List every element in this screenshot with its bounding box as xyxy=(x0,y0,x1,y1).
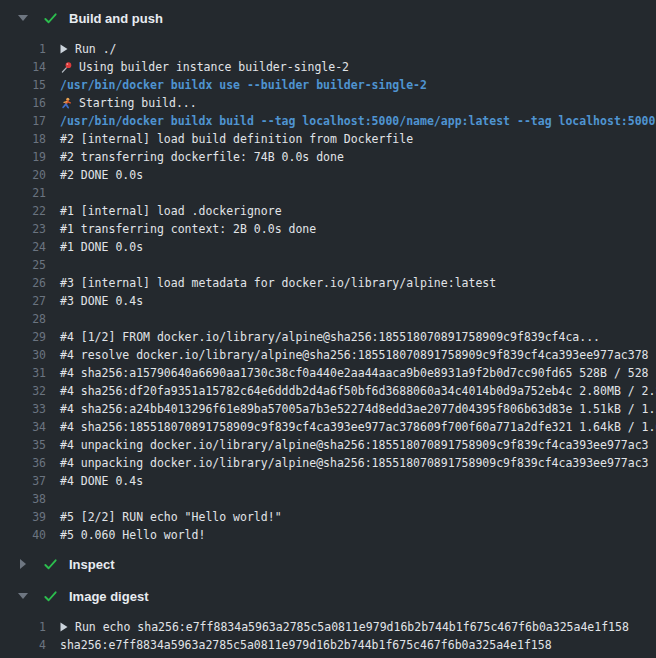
log-text: #4 sha256:df20fa9351a15782c64e6dddb2d4a6… xyxy=(60,382,656,400)
log-text-content: sha256:e7ff8834a5963a2785c5a0811e979d16b… xyxy=(60,636,552,654)
line-number[interactable]: 22 xyxy=(0,202,46,220)
line-number[interactable]: 40 xyxy=(0,526,46,544)
log-text: #1 DONE 0.0s xyxy=(60,238,143,256)
line-number[interactable]: 26 xyxy=(0,274,46,292)
line-number[interactable]: 31 xyxy=(0,364,46,382)
log-line: 37#4 DONE 0.4s xyxy=(0,472,656,490)
log-text-content: Run echo sha256:e7ff8834a5963a2785c5a081… xyxy=(75,618,629,636)
log-text-content: #4 sha256:185518070891758909c9f839cf4ca3… xyxy=(60,418,656,436)
section-header-inspect[interactable]: Inspect xyxy=(0,548,656,580)
log-text-content: #2 transferring dockerfile: 74B 0.0s don… xyxy=(60,148,344,166)
log-text: Run echo sha256:e7ff8834a5963a2785c5a081… xyxy=(60,618,629,636)
log-text: #4 [1/2] FROM docker.io/library/alpine@s… xyxy=(60,328,600,346)
line-number[interactable]: 34 xyxy=(0,418,46,436)
line-number[interactable]: 4 xyxy=(0,636,46,654)
line-number[interactable]: 18 xyxy=(0,130,46,148)
section-title: Inspect xyxy=(69,557,115,572)
section-title: Image digest xyxy=(69,589,148,604)
line-number[interactable]: 17 xyxy=(0,112,46,130)
section-header-image-digest[interactable]: Image digest xyxy=(0,580,656,612)
log-text: #2 transferring dockerfile: 74B 0.0s don… xyxy=(60,148,344,166)
log-line: 28 xyxy=(0,310,656,328)
log-text-content: /usr/bin/docker buildx use --builder bui… xyxy=(60,76,427,94)
line-number[interactable]: 1 xyxy=(0,40,46,58)
log-text-content: #4 sha256:df20fa9351a15782c64e6dddb2d4a6… xyxy=(60,382,656,400)
log-text: sha256:e7ff8834a5963a2785c5a0811e979d16b… xyxy=(60,636,552,654)
line-number[interactable]: 30 xyxy=(0,346,46,364)
log-text: Using builder instance builder-single-2 xyxy=(60,58,349,76)
log-text: /usr/bin/docker buildx build --tag local… xyxy=(60,112,655,130)
chevron-right-icon[interactable] xyxy=(60,622,68,632)
log-line: 23#1 transferring context: 2B 0.0s done xyxy=(0,220,656,238)
log-text: Run ./ xyxy=(60,40,117,58)
chevron-down-icon[interactable] xyxy=(18,593,28,599)
log-text: #4 sha256:a24bb4013296f61e89ba57005a7b3e… xyxy=(60,400,656,418)
log-line: 20#2 DONE 0.0s xyxy=(0,166,656,184)
log-line: 29#4 [1/2] FROM docker.io/library/alpine… xyxy=(0,328,656,346)
line-number[interactable]: 38 xyxy=(0,490,46,508)
chevron-down-icon[interactable] xyxy=(18,15,28,21)
line-number[interactable]: 36 xyxy=(0,454,46,472)
line-number[interactable]: 39 xyxy=(0,508,46,526)
log-text: #4 resolve docker.io/library/alpine@sha2… xyxy=(60,346,649,364)
check-icon xyxy=(43,557,58,572)
log-line: 36#4 unpacking docker.io/library/alpine@… xyxy=(0,454,656,472)
line-number[interactable]: 32 xyxy=(0,382,46,400)
line-number[interactable]: 19 xyxy=(0,148,46,166)
line-number[interactable]: 33 xyxy=(0,400,46,418)
log-line: 31#4 sha256:a15790640a6690aa1730c38cf0a4… xyxy=(0,364,656,382)
line-number[interactable]: 16 xyxy=(0,94,46,112)
log-text: #5 [2/2] RUN echo "Hello world!" xyxy=(60,508,282,526)
log-text: #2 [internal] load build definition from… xyxy=(60,130,413,148)
chevron-right-icon[interactable] xyxy=(18,559,28,569)
runner-icon xyxy=(60,97,73,110)
log-line: 34#4 sha256:185518070891758909c9f839cf4c… xyxy=(0,418,656,436)
log-group-line[interactable]: 1Run echo sha256:e7ff8834a5963a2785c5a08… xyxy=(0,618,656,636)
line-number[interactable]: 1 xyxy=(0,618,46,636)
line-number[interactable]: 20 xyxy=(0,166,46,184)
log-text: Starting build... xyxy=(60,94,197,112)
log-line: 25 xyxy=(0,256,656,274)
log-text-content: #5 0.060 Hello world! xyxy=(60,526,205,544)
log-group-line[interactable]: 1Run ./ xyxy=(0,40,656,58)
check-icon xyxy=(43,589,58,604)
log-text: #4 unpacking docker.io/library/alpine@sh… xyxy=(60,436,649,454)
section-title: Build and push xyxy=(69,11,163,26)
log-text-content: #2 DONE 0.0s xyxy=(60,166,143,184)
log-text: #4 unpacking docker.io/library/alpine@sh… xyxy=(60,454,649,472)
log-text: #1 transferring context: 2B 0.0s done xyxy=(60,220,316,238)
log-text-content: #4 unpacking docker.io/library/alpine@sh… xyxy=(60,436,649,454)
line-number[interactable]: 27 xyxy=(0,292,46,310)
log-line: 35#4 unpacking docker.io/library/alpine@… xyxy=(0,436,656,454)
log-text-content: #4 sha256:a15790640a6690aa1730c38cf0a440… xyxy=(60,364,649,382)
line-number[interactable]: 15 xyxy=(0,76,46,94)
log-text: #3 DONE 0.4s xyxy=(60,292,143,310)
log-text-content: #1 [internal] load .dockerignore xyxy=(60,202,282,220)
line-number[interactable]: 21 xyxy=(0,184,46,202)
log-line: 33#4 sha256:a24bb4013296f61e89ba57005a7b… xyxy=(0,400,656,418)
log-text-content: #4 sha256:a24bb4013296f61e89ba57005a7b3e… xyxy=(60,400,656,418)
log-line: 16Starting build... xyxy=(0,94,656,112)
line-number[interactable]: 14 xyxy=(0,58,46,76)
log-lines-build-and-push: 1Run ./14Using builder instance builder-… xyxy=(0,36,656,548)
log-text: #5 0.060 Hello world! xyxy=(60,526,205,544)
line-number[interactable]: 35 xyxy=(0,436,46,454)
line-number[interactable]: 29 xyxy=(0,328,46,346)
log-text-content: #3 DONE 0.4s xyxy=(60,292,143,310)
line-number[interactable]: 37 xyxy=(0,472,46,490)
log-line: 4sha256:e7ff8834a5963a2785c5a0811e979d16… xyxy=(0,636,656,654)
log-text-content: Run ./ xyxy=(75,40,117,58)
log-line: 40#5 0.060 Hello world! xyxy=(0,526,656,544)
log-line: 17/usr/bin/docker buildx build --tag loc… xyxy=(0,112,656,130)
chevron-right-icon[interactable] xyxy=(60,44,68,54)
log-text-content: #3 [internal] load metadata for docker.i… xyxy=(60,274,496,292)
log-lines-image-digest: 1Run echo sha256:e7ff8834a5963a2785c5a08… xyxy=(0,612,656,658)
line-number[interactable]: 23 xyxy=(0,220,46,238)
line-number[interactable]: 24 xyxy=(0,238,46,256)
log-line: 30#4 resolve docker.io/library/alpine@sh… xyxy=(0,346,656,364)
line-number[interactable]: 25 xyxy=(0,256,46,274)
line-number[interactable]: 28 xyxy=(0,310,46,328)
log-text-content: #1 DONE 0.0s xyxy=(60,238,143,256)
log-text-content: Starting build... xyxy=(79,94,197,112)
section-header-build-and-push[interactable]: Build and push xyxy=(0,0,656,36)
